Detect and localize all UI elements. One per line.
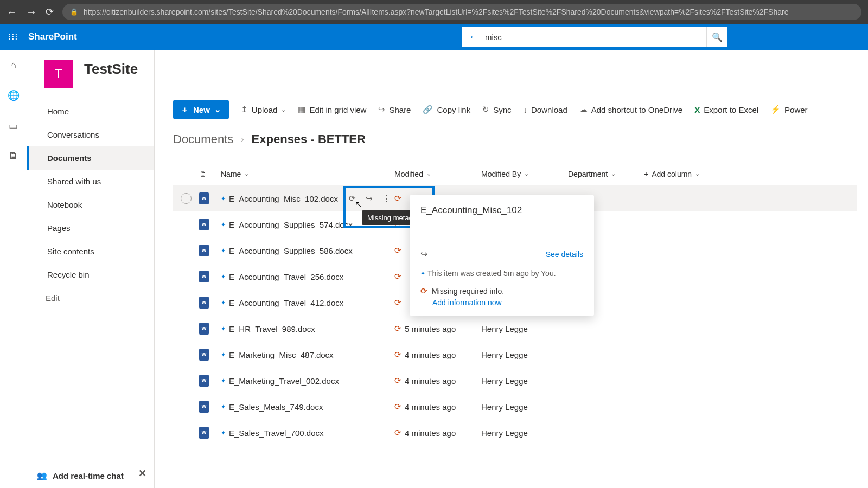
app-launcher-icon[interactable]: ⁝⁝⁝ [0, 24, 26, 50]
nav-item-conversations[interactable]: Conversations [27, 123, 154, 146]
nav-list: HomeConversationsDocumentsShared with us… [27, 98, 154, 286]
onedrive-icon: ☁ [579, 105, 588, 114]
nav-item-home[interactable]: Home [27, 100, 154, 123]
hover-card-created-text: ✦This item was created 5m ago by You. [420, 269, 583, 278]
hover-card-missing-row: ⟳ Missing required info. [420, 286, 583, 296]
missing-metadata-icon[interactable]: ⟳ [394, 402, 401, 412]
site-title[interactable]: TestSite [84, 61, 797, 78]
nav-item-pages[interactable]: Pages [27, 216, 154, 240]
word-doc-icon [199, 271, 209, 282]
nav-item-documents[interactable]: Documents [27, 146, 154, 170]
browser-url-bar[interactable]: 🔒 https://citizenbuilders.sharepoint.com… [62, 4, 861, 20]
modified-by-text[interactable]: Henry Legge [481, 428, 528, 438]
file-name[interactable]: E_Sales_Travel_700.docx [229, 428, 324, 438]
share-icon[interactable]: ↪ [420, 249, 427, 259]
word-doc-icon [199, 297, 209, 309]
modified-by-text[interactable]: Henry Legge [481, 376, 528, 386]
file-name[interactable]: E_Sales_Meals_749.docx [229, 402, 323, 412]
site-logo[interactable]: T [44, 60, 73, 88]
file-name[interactable]: E_Accounting_Supplies_574.docx [229, 220, 353, 229]
share-icon[interactable]: ↪ [366, 194, 373, 203]
more-icon[interactable]: ⋮ [382, 194, 391, 203]
missing-metadata-icon[interactable]: ⟳ [394, 350, 401, 359]
share-button[interactable]: ↪Share [378, 105, 411, 114]
word-doc-icon [199, 323, 209, 335]
file-name[interactable]: E_Accounting_Travel_256.docx [229, 272, 343, 281]
search-box[interactable]: ← [462, 27, 706, 47]
chevron-down-icon: ⌄ [524, 170, 529, 177]
chat-promo[interactable]: 👥 Add real-time chat ✕ [27, 463, 154, 488]
nav-edit-link[interactable]: Edit [27, 286, 154, 310]
command-bar: ＋ New ⌄ ↥Upload⌄ ▦Edit in grid view ↪Sha… [173, 98, 868, 121]
search-input[interactable] [485, 33, 700, 42]
table-row[interactable]: ✦E_Marketing_Misc_487.docx⟳ 4 minutes ag… [173, 342, 857, 368]
missing-metadata-icon[interactable]: ⟳ [394, 246, 401, 255]
sparkle-icon: ✦ [221, 195, 226, 202]
home-icon[interactable]: ⌂ [10, 60, 16, 71]
new-button[interactable]: ＋ New ⌄ [173, 100, 229, 119]
column-modified-by[interactable]: Modified By⌄ [481, 170, 568, 178]
file-name[interactable]: E_Marketing_Travel_002.docx [229, 376, 339, 386]
missing-metadata-icon[interactable]: ⟳ [394, 194, 401, 203]
word-doc-icon [199, 427, 209, 439]
power-button[interactable]: ⚡Power [770, 105, 808, 114]
missing-metadata-icon[interactable]: ⟳ [394, 272, 401, 281]
modified-by-text[interactable]: Henry Legge [481, 402, 528, 412]
file-name[interactable]: E_Accounting_Supplies_586.docx [229, 246, 353, 255]
see-details-link[interactable]: See details [546, 250, 583, 259]
file-name[interactable]: E_Accounting_Travel_412.docx [229, 298, 343, 307]
search-container: ← 🔍 [462, 27, 727, 47]
download-icon: ↓ [524, 105, 528, 114]
brand-label[interactable]: SharePoint [26, 31, 77, 42]
sparkle-icon: ✦ [221, 403, 226, 410]
sparkle-icon: ✦ [221, 377, 226, 384]
breadcrumb-root[interactable]: Documents [173, 132, 233, 146]
column-name[interactable]: Name⌄ [221, 170, 394, 178]
browser-back-icon[interactable]: ← [7, 6, 17, 18]
row-select-circle[interactable] [181, 193, 192, 204]
table-row[interactable]: ✦E_Sales_Meals_749.docx⟳ 4 minutes agoHe… [173, 394, 857, 420]
new-label: New [193, 105, 210, 114]
share-icon: ↪ [378, 105, 385, 114]
teams-icon: 👥 [37, 471, 47, 480]
table-row[interactable]: ✦E_HR_Travel_989.docx⟳ 5 minutes agoHenr… [173, 316, 857, 342]
file-name[interactable]: E_HR_Travel_989.docx [229, 324, 315, 333]
globe-icon[interactable]: 🌐 [8, 89, 20, 101]
edit-grid-button[interactable]: ▦Edit in grid view [298, 105, 366, 114]
file-name[interactable]: E_Accounting_Misc_102.docx [229, 194, 338, 203]
chevron-down-icon: ⌄ [695, 170, 700, 177]
add-column-button[interactable]: +Add column⌄ [644, 170, 720, 178]
chevron-down-icon: ⌄ [244, 170, 249, 177]
nav-item-site-contents[interactable]: Site contents [27, 240, 154, 263]
news-icon[interactable]: ▭ [9, 120, 18, 132]
word-doc-icon [199, 375, 209, 387]
missing-metadata-icon[interactable]: ⟳ [394, 324, 401, 333]
export-excel-button[interactable]: XExport to Excel [694, 105, 758, 114]
column-modified[interactable]: Modified⌄ [394, 170, 481, 178]
nav-item-recycle-bin[interactable]: Recycle bin [27, 263, 154, 286]
missing-metadata-icon[interactable]: ⟳ [349, 194, 356, 203]
search-button[interactable]: 🔍 [706, 27, 727, 47]
table-row[interactable]: ✦E_Sales_Travel_700.docx⟳ 4 minutes agoH… [173, 420, 857, 446]
browser-reload-icon[interactable]: ⟳ [46, 6, 54, 18]
nav-item-shared-with-us[interactable]: Shared with us [27, 170, 154, 193]
nav-item-notebook[interactable]: Notebook [27, 193, 154, 216]
close-icon[interactable]: ✕ [138, 467, 146, 479]
missing-metadata-icon[interactable]: ⟳ [394, 376, 401, 386]
download-button[interactable]: ↓Download [524, 105, 567, 114]
column-department[interactable]: Department⌄ [568, 170, 644, 178]
missing-metadata-icon[interactable]: ⟳ [394, 428, 401, 438]
search-back-icon[interactable]: ← [469, 31, 478, 43]
browser-forward-icon[interactable]: → [26, 6, 37, 18]
modified-by-text[interactable]: Henry Legge [481, 350, 528, 359]
files-icon[interactable]: 🗎 [9, 150, 18, 162]
upload-button[interactable]: ↥Upload⌄ [241, 105, 286, 114]
add-information-link[interactable]: Add information now [432, 298, 583, 307]
sync-button[interactable]: ↻Sync [482, 105, 511, 114]
shortcut-button[interactable]: ☁Add shortcut to OneDrive [579, 105, 682, 114]
table-row[interactable]: ✦E_Marketing_Travel_002.docx⟳ 4 minutes … [173, 368, 857, 394]
modified-by-text[interactable]: Henry Legge [481, 324, 528, 333]
missing-metadata-icon[interactable]: ⟳ [394, 298, 401, 307]
file-name[interactable]: E_Marketing_Misc_487.docx [229, 350, 334, 359]
copy-link-button[interactable]: 🔗Copy link [423, 105, 470, 114]
